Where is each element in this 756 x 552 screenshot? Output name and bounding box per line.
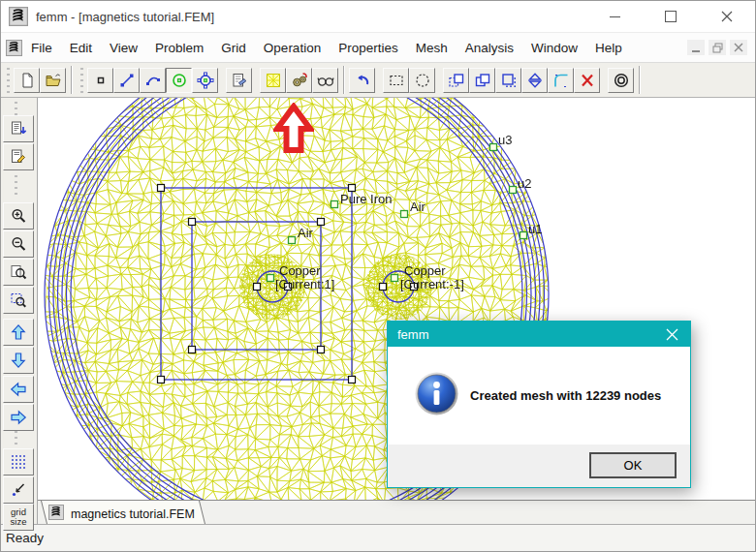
select-rect-icon xyxy=(388,72,405,89)
run-analysis-button[interactable] xyxy=(286,68,312,93)
list-doc-icon xyxy=(10,120,27,138)
window-controls xyxy=(586,1,755,32)
menu-item-window[interactable]: Window xyxy=(522,34,586,62)
block-label-copper-right-line1[interactable]: Copper xyxy=(404,264,446,277)
grid-size-button[interactable]: gridsize xyxy=(3,504,34,531)
main-toolbar xyxy=(1,62,755,98)
pan-down-button[interactable] xyxy=(3,347,34,374)
femm-coil-glyph xyxy=(48,505,64,520)
arc-tool-icon xyxy=(144,72,162,89)
block-label-air-inner[interactable]: Air xyxy=(298,227,313,239)
menu-item-analysis[interactable]: Analysis xyxy=(457,34,522,62)
mesh-generate-icon xyxy=(265,72,282,89)
select-circle-button[interactable] xyxy=(409,68,435,93)
node-tool-icon xyxy=(92,72,110,89)
fillet-tool-button[interactable] xyxy=(548,68,574,93)
pan-down-icon xyxy=(10,352,27,369)
group-tool-icon xyxy=(197,72,214,89)
mdi-minimize-icon[interactable] xyxy=(687,40,705,55)
import-list-button[interactable] xyxy=(3,115,34,142)
run-analysis-icon xyxy=(291,72,308,89)
zoom-out-icon xyxy=(10,235,27,253)
block-label-u2[interactable]: u2 xyxy=(518,177,531,190)
menu-item-operation[interactable]: Operation xyxy=(255,34,330,62)
document-tab[interactable]: magnetics tutorial.FEM xyxy=(41,501,211,524)
properties-sheet-button[interactable] xyxy=(226,68,252,93)
scale-tool-button[interactable] xyxy=(495,68,521,93)
info-icon xyxy=(415,372,458,419)
menu-item-edit[interactable]: Edit xyxy=(61,34,101,62)
zoom-in-button[interactable] xyxy=(3,202,34,230)
line-tool-icon xyxy=(118,72,136,89)
menu-item-help[interactable]: Help xyxy=(586,34,631,62)
toolbar-separator xyxy=(71,66,72,94)
open-folder-icon xyxy=(45,72,62,89)
pan-right-icon xyxy=(10,409,27,426)
femm-window: femm - [magnetics tutorial.FEM] FileEdit… xyxy=(0,0,756,552)
menu-item-file[interactable]: File xyxy=(22,34,61,62)
mdi-controls xyxy=(687,40,747,55)
block-label-air-outer[interactable]: Air xyxy=(410,200,425,213)
block-label-pure-iron[interactable]: Pure Iron xyxy=(340,193,392,205)
arc-tool-button[interactable] xyxy=(140,68,166,93)
window-minimize-icon[interactable] xyxy=(586,1,643,32)
mesh-generate-button[interactable] xyxy=(260,68,286,93)
toolbar-separator xyxy=(343,66,344,94)
snap-grid-button[interactable] xyxy=(3,476,34,504)
dialog-close-icon[interactable] xyxy=(653,322,690,347)
block-label-copper-left-line1[interactable]: Copper xyxy=(279,264,321,277)
pan-right-button[interactable] xyxy=(3,404,34,431)
view-results-button[interactable] xyxy=(312,68,338,93)
delete-tool-button[interactable] xyxy=(574,68,600,93)
grid-toggle-icon xyxy=(10,453,27,471)
pan-up-button[interactable] xyxy=(3,319,34,346)
mirror-tool-button[interactable] xyxy=(521,68,548,93)
mdi-close-icon[interactable] xyxy=(730,40,747,55)
annotation-arrow xyxy=(273,103,314,158)
menu-item-properties[interactable]: Properties xyxy=(330,34,407,62)
block-label-u1[interactable]: u1 xyxy=(528,223,542,235)
model-view: femm xyxy=(38,98,755,524)
menu-bar: FileEditViewProblemGridOperationProperti… xyxy=(1,32,755,62)
grid-toggle-button[interactable] xyxy=(3,448,34,475)
block-label-tool-button[interactable] xyxy=(166,68,192,93)
ok-button[interactable]: OK xyxy=(589,452,677,478)
toolbar-grip xyxy=(15,175,17,197)
select-rect-button[interactable] xyxy=(383,68,409,93)
window-maximize-icon[interactable] xyxy=(643,1,699,32)
copy-tool-button[interactable] xyxy=(469,68,495,93)
new-document-button[interactable] xyxy=(14,68,40,93)
rings-tool-button[interactable] xyxy=(608,68,634,93)
copy-tool-icon xyxy=(474,72,491,89)
group-tool-button[interactable] xyxy=(192,68,218,93)
edit-properties-button[interactable] xyxy=(3,143,34,170)
open-folder-button[interactable] xyxy=(40,68,66,93)
line-tool-button[interactable] xyxy=(113,68,140,93)
mdi-restore-icon[interactable] xyxy=(709,40,726,55)
zoom-out-button[interactable] xyxy=(3,230,34,258)
pan-left-button[interactable] xyxy=(3,376,34,403)
zoom-extents-button[interactable] xyxy=(3,259,34,286)
window-close-icon[interactable] xyxy=(699,1,755,32)
undo-button[interactable] xyxy=(349,68,375,93)
dialog-title: femm xyxy=(397,327,429,342)
zoom-window-button[interactable] xyxy=(3,287,34,314)
move-tool-button[interactable] xyxy=(443,68,469,93)
block-label-copper-left-line2[interactable]: [Current:1] xyxy=(275,278,334,291)
menu-item-problem[interactable]: Problem xyxy=(146,34,212,62)
block-label-copper-right-line2[interactable]: [Current:-1] xyxy=(400,278,464,291)
menu-item-grid[interactable]: Grid xyxy=(212,34,255,62)
dialog-footer: OK xyxy=(388,445,690,487)
message-dialog: femm xyxy=(387,321,691,488)
dialog-title-bar: femm xyxy=(388,322,690,347)
menu-item-view[interactable]: View xyxy=(101,34,146,62)
status-bar: Ready xyxy=(1,524,755,551)
title-bar: femm - [magnetics tutorial.FEM] xyxy=(1,1,755,32)
scale-tool-icon xyxy=(500,72,518,89)
mirror-tool-icon xyxy=(526,72,544,89)
block-label-u3[interactable]: u3 xyxy=(498,134,512,146)
document-tab-bar: magnetics tutorial.FEM xyxy=(38,500,755,524)
pan-up-icon xyxy=(10,323,27,341)
node-tool-button[interactable] xyxy=(87,68,113,93)
menu-item-mesh[interactable]: Mesh xyxy=(407,34,457,62)
